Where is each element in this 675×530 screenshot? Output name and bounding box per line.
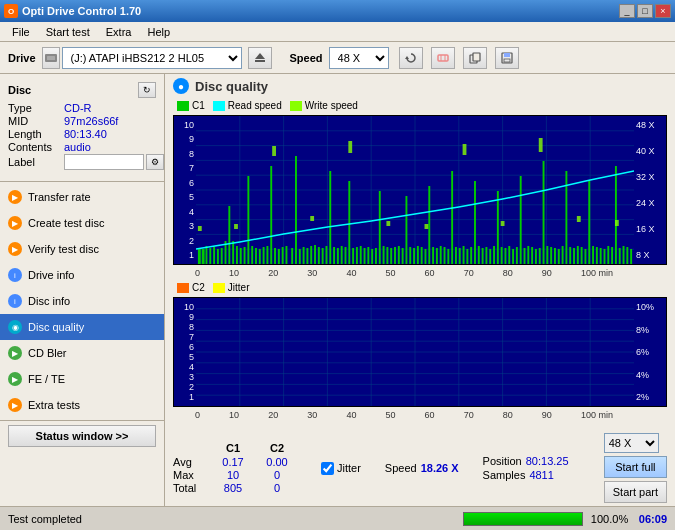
svg-rect-124 (554, 248, 556, 264)
svg-rect-109 (497, 191, 499, 264)
save-button[interactable] (495, 47, 519, 69)
svg-rect-125 (558, 249, 560, 264)
svg-rect-114 (516, 247, 518, 264)
sidebar-item-verify-test-disc[interactable]: ▶ Verify test disc (0, 236, 164, 262)
verify-test-disc-icon: ▶ (8, 242, 22, 256)
svg-rect-78 (379, 191, 381, 264)
svg-rect-76 (371, 249, 373, 264)
svg-rect-35 (213, 247, 215, 264)
progress-percent: 100.0% (591, 513, 631, 525)
test-speed-select[interactable]: 48 X (604, 433, 659, 453)
drive-select[interactable]: (J:) ATAPI iHBS212 2 HL05 (62, 47, 242, 69)
sidebar-item-disc-info-label: Disc info (28, 295, 70, 307)
max-row: Max 10 0 (173, 469, 297, 481)
svg-rect-79 (383, 246, 385, 264)
legend-write-speed: Write speed (290, 100, 358, 111)
disc-quality-icon: ◉ (8, 320, 22, 334)
svg-marker-4 (405, 56, 409, 59)
svg-rect-134 (592, 246, 594, 264)
menu-extra[interactable]: Extra (98, 24, 140, 40)
create-test-disc-icon: ▶ (8, 216, 22, 230)
chart2-x-axis: 0 10 20 30 40 50 60 70 80 90 100 min (195, 410, 645, 420)
menubar: File Start test Extra Help (0, 22, 675, 42)
speed-label: Speed (290, 52, 323, 64)
svg-rect-67 (337, 248, 339, 264)
svg-rect-112 (508, 246, 510, 264)
menu-file[interactable]: File (4, 24, 38, 40)
svg-rect-128 (569, 247, 571, 264)
legend-read-speed: Read speed (213, 100, 282, 111)
minimize-button[interactable]: _ (619, 4, 635, 18)
close-button[interactable]: × (655, 4, 671, 18)
status-window-button[interactable]: Status window >> (8, 425, 156, 447)
svg-rect-141 (619, 248, 621, 264)
svg-rect-63 (322, 248, 324, 264)
disc-quality-header-icon: ● (173, 78, 189, 94)
svg-rect-83 (398, 246, 400, 264)
legend-c2-label: C2 (192, 282, 205, 293)
chart2: 10 9 8 7 6 5 4 3 2 1 (173, 297, 667, 407)
menu-start-test[interactable]: Start test (38, 24, 98, 40)
svg-rect-84 (402, 248, 404, 264)
start-full-button[interactable]: Start full (604, 456, 667, 478)
svg-rect-152 (463, 144, 467, 155)
menu-help[interactable]: Help (139, 24, 178, 40)
disc-contents-row: Contents audio (8, 141, 156, 153)
svg-rect-33 (206, 246, 208, 264)
avg-label: Avg (173, 456, 209, 468)
speed-section: Speed 18.26 X (385, 462, 459, 474)
col-header-c2: C2 (257, 442, 297, 454)
start-part-button[interactable]: Start part (604, 481, 667, 503)
time-display: 06:09 (639, 513, 667, 525)
eject-button[interactable] (248, 47, 272, 69)
svg-rect-108 (493, 246, 495, 264)
svg-rect-85 (405, 196, 407, 264)
sidebar-item-transfer-rate[interactable]: ▶ Transfer rate (0, 184, 164, 210)
chart1-y-axis-right: 48 X 40 X 32 X 24 X 16 X 8 X (634, 116, 666, 264)
svg-rect-91 (428, 186, 430, 264)
svg-rect-143 (626, 247, 628, 264)
svg-rect-106 (485, 247, 487, 264)
svg-rect-86 (409, 247, 411, 264)
jitter-checkbox[interactable] (321, 462, 334, 475)
disc-header: Disc ↻ (8, 82, 156, 98)
drive-label: Drive (8, 52, 36, 64)
sidebar-item-disc-info[interactable]: i Disc info (0, 288, 164, 314)
sidebar-item-extra-tests-label: Extra tests (28, 399, 80, 411)
legend-c2-box (177, 283, 189, 293)
sidebar-item-create-test-disc[interactable]: ▶ Create test disc (0, 210, 164, 236)
svg-rect-55 (291, 248, 293, 264)
total-label: Total (173, 482, 209, 494)
disc-label-input[interactable] (64, 154, 144, 170)
svg-rect-34 (209, 248, 211, 264)
drive-icon (42, 47, 60, 69)
legend-jitter-box (213, 283, 225, 293)
sidebar-item-disc-quality-label: Disc quality (28, 321, 84, 333)
svg-rect-118 (531, 247, 533, 264)
svg-rect-51 (274, 248, 276, 264)
sidebar-item-fe-te[interactable]: ▶ FE / TE (0, 366, 164, 392)
sidebar-item-cd-bler[interactable]: ▶ CD Bler (0, 340, 164, 366)
speed-select[interactable]: 48 X (329, 47, 389, 69)
svg-rect-5 (438, 55, 448, 61)
maximize-button[interactable]: □ (637, 4, 653, 18)
svg-rect-72 (356, 247, 358, 264)
legend-c1-label: C1 (192, 100, 205, 111)
svg-rect-95 (444, 247, 446, 264)
erase-button[interactable] (431, 47, 455, 69)
svg-rect-101 (466, 249, 468, 264)
svg-rect-121 (543, 161, 545, 264)
refresh-button[interactable] (399, 47, 423, 69)
disc-refresh-button[interactable]: ↻ (138, 82, 156, 98)
fe-te-icon: ▶ (8, 372, 22, 386)
copy-button[interactable] (463, 47, 487, 69)
total-c2-value: 0 (257, 482, 297, 494)
sidebar-item-disc-quality[interactable]: ◉ Disc quality (0, 314, 164, 340)
chart1-svg (196, 116, 634, 264)
disc-length-label: Length (8, 128, 64, 140)
svg-rect-65 (329, 171, 331, 264)
label-settings-button[interactable]: ⚙ (146, 154, 164, 170)
legend-jitter-label: Jitter (228, 282, 250, 293)
sidebar-item-drive-info[interactable]: i Drive info (0, 262, 164, 288)
sidebar-item-extra-tests[interactable]: ▶ Extra tests (0, 392, 164, 418)
